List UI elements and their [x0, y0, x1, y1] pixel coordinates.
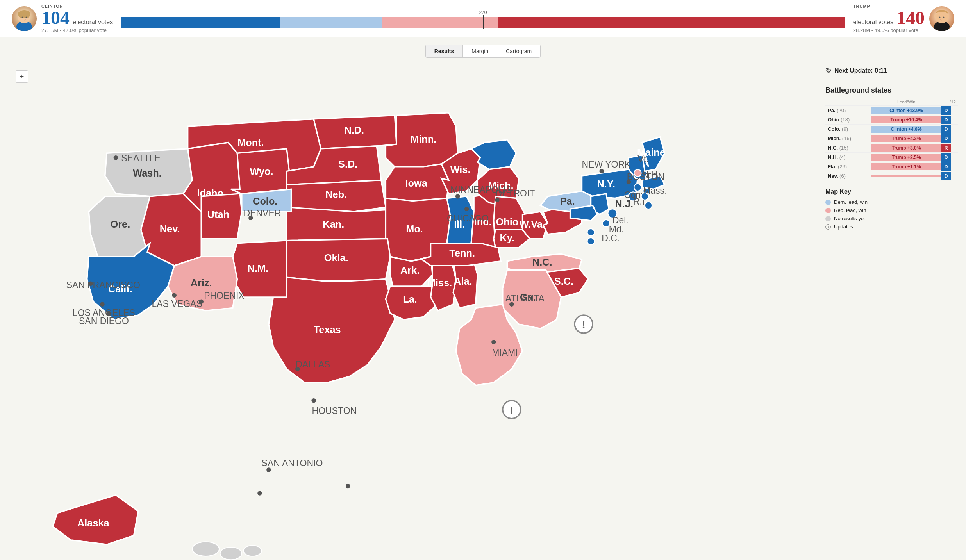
svg-text:PHOENIX: PHOENIX	[204, 291, 245, 301]
state-iowa[interactable]	[386, 164, 448, 201]
svg-point-93	[491, 340, 496, 344]
trump-info: TRUMP 140 electoral votes 28.28M - 49.0%…	[853, 4, 925, 33]
clinton-avatar	[12, 6, 37, 31]
svg-point-85	[495, 198, 500, 202]
trump-popular: 28.28M - 49.0% popular vote	[853, 27, 925, 33]
state-prev: D	[941, 162, 958, 171]
clinton-ev: 104	[41, 9, 70, 27]
svg-point-106	[603, 220, 610, 227]
state-name: Nev. (6)	[825, 171, 871, 181]
state-prev: D	[941, 171, 958, 181]
svg-text:LAS VEGAS: LAS VEGAS	[152, 299, 202, 309]
state-lead: Clinton +4.8%	[871, 125, 941, 134]
next-update-label: Next Update: 0:11	[834, 67, 887, 74]
svg-text:!: !	[582, 319, 586, 331]
col-12: '12	[941, 98, 958, 106]
sidebar-divider	[825, 80, 958, 80]
svg-point-10	[943, 16, 945, 18]
svg-text:SEATTLE: SEATTLE	[121, 153, 161, 163]
svg-text:DENVER: DENVER	[243, 208, 281, 218]
state-prev: D	[941, 115, 958, 125]
state-nebraska[interactable]	[287, 180, 386, 212]
svg-point-87	[599, 169, 604, 174]
next-update: ↻ Next Update: 0:11	[825, 66, 958, 75]
svg-text:N.H.: N.H.	[642, 169, 660, 180]
electoral-bar: 270	[113, 10, 853, 28]
state-lead: Trump +3.0%	[871, 143, 941, 153]
svg-text:ATLANTA: ATLANTA	[505, 293, 545, 303]
svg-point-77	[257, 491, 262, 496]
svg-point-56	[220, 547, 242, 560]
svg-text:DALLAS: DALLAS	[296, 359, 330, 369]
svg-text:HOUSTON: HOUSTON	[312, 406, 357, 416]
zoom-controls: +	[16, 70, 28, 83]
svg-point-65	[106, 311, 111, 316]
state-lead: Trump +2.5%	[871, 153, 941, 162]
us-map: Wash. Ore. Idaho Mont. Wyo. N.D. S.D. Ne…	[8, 62, 818, 560]
state-wyoming[interactable]	[231, 149, 291, 194]
svg-point-78	[346, 484, 350, 489]
battleground-table: Lead/Win '12 Pa. (20) Clinton +13.9% D O…	[825, 98, 958, 180]
svg-point-9	[939, 16, 941, 18]
state-lead: Trump +4.2%	[871, 134, 941, 143]
svg-point-71	[266, 467, 271, 472]
state-lead: Trump +10.4%	[871, 115, 941, 125]
state-name: N.C. (15)	[825, 143, 871, 153]
refresh-icon: ↻	[825, 66, 831, 75]
state-new-mexico[interactable]	[233, 241, 287, 297]
state-name: Pa. (20)	[825, 106, 871, 115]
state-prev: D	[941, 153, 958, 162]
state-oklahoma[interactable]	[287, 239, 390, 281]
state-prev: R	[941, 143, 958, 153]
map-key-item: !Updates	[825, 224, 958, 230]
state-utah[interactable]	[201, 194, 242, 239]
state-minnesota[interactable]	[386, 113, 457, 167]
svg-point-109	[634, 169, 641, 177]
svg-text:SAN FRANCISCO: SAN FRANCISCO	[66, 280, 140, 290]
state-prev: D	[941, 134, 958, 143]
tab-margin[interactable]: Margin	[463, 45, 497, 57]
state-north-dakota[interactable]	[314, 116, 396, 149]
sidebar: ↻ Next Update: 0:11 Battleground states …	[825, 62, 958, 560]
tab-results[interactable]: Results	[426, 45, 463, 57]
tabs-container: Results Margin Cartogram	[0, 37, 966, 62]
state-name: N.H. (4)	[825, 153, 871, 162]
svg-text:!: !	[510, 404, 513, 416]
svg-point-107	[587, 229, 594, 236]
trump-avatar	[929, 6, 954, 31]
svg-point-104	[641, 193, 648, 200]
svg-point-63	[100, 302, 105, 307]
state-name: Colo. (9)	[825, 125, 871, 134]
state-lead: Clinton +13.9%	[871, 106, 941, 115]
svg-text:D.C.: D.C.	[602, 233, 620, 243]
state-maryland[interactable]	[570, 205, 597, 221]
clinton-section: CLINTON 104 electoral votes 27.15M - 47.…	[12, 4, 113, 33]
zoom-in-button[interactable]: +	[16, 71, 28, 82]
clinton-info: CLINTON 104 electoral votes 27.15M - 47.…	[41, 4, 113, 33]
clinton-ev-label: electoral votes	[73, 19, 113, 26]
map-container: + Wash. Ore. Idaho Mont. Wyo. N.D.	[8, 62, 818, 560]
svg-text:CHICAGO: CHICAGO	[447, 213, 489, 223]
svg-text:MIAMI: MIAMI	[492, 348, 518, 358]
trump-ev: 140	[896, 9, 925, 27]
state-lead: Trump +1.1%	[871, 162, 941, 171]
header: CLINTON 104 electoral votes 27.15M - 47.…	[0, 0, 966, 37]
col-state	[825, 98, 871, 106]
state-kansas[interactable]	[287, 207, 387, 241]
state-lead	[871, 171, 941, 181]
map-key-title: Map Key	[825, 188, 958, 195]
map-key-item: Rep. lead, win	[825, 207, 958, 213]
svg-point-103	[634, 184, 641, 191]
svg-point-83	[464, 207, 469, 211]
tab-cartogram[interactable]: Cartogram	[497, 45, 540, 57]
threshold-label: 270	[479, 10, 487, 15]
vote-bar	[121, 17, 845, 28]
map-key-item: Dem. lead, win	[825, 199, 958, 205]
svg-text:DETROIT: DETROIT	[495, 188, 535, 198]
map-key-items: Dem. lead, winRep. lead, winNo results y…	[825, 199, 958, 230]
svg-point-108	[587, 238, 594, 245]
svg-point-75	[311, 398, 316, 403]
col-lead: Lead/Win	[871, 98, 941, 106]
svg-text:NEW YORK: NEW YORK	[582, 159, 631, 169]
map-key-item: No results yet	[825, 216, 958, 221]
